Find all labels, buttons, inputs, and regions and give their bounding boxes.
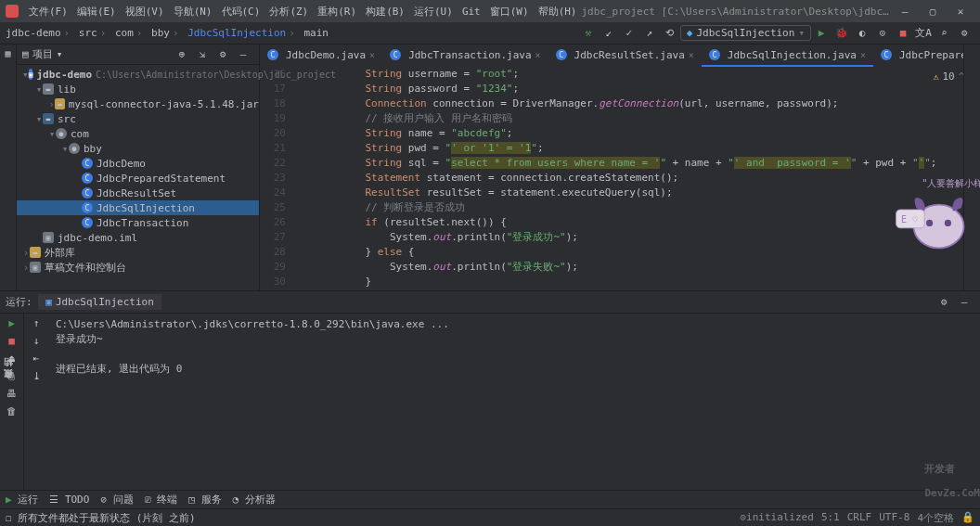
tree-scratch[interactable]: ›▣草稿文件和控制台 — [17, 260, 259, 275]
down-icon[interactable]: ↓ — [33, 335, 40, 347]
left-stripe: ▦ — [0, 45, 17, 290]
tree-folder-lib[interactable]: ▾▬lib — [17, 82, 259, 96]
run-panel-header: 运行: ▣JdbcSqlInjection ⚙ — — [0, 291, 980, 314]
window-title: jdbc_project [C:\Users\Administrator\Des… — [582, 6, 892, 18]
tree-class-prepared[interactable]: CJdbcPreparedStatement — [17, 171, 259, 186]
run-button[interactable]: ▶ — [813, 25, 830, 42]
bottom-profiler[interactable]: ◔ 分析器 — [233, 493, 276, 507]
editor: CJdbcDemo.java× CJdbcTransaction.java× C… — [260, 45, 980, 290]
right-stripe — [963, 45, 980, 290]
tree-jar[interactable]: ›▬mysql-connector-java-5.1.48.jar — [17, 96, 259, 111]
vcs-commit-icon[interactable]: ✓ — [621, 25, 638, 42]
minimize-button[interactable]: — — [891, 2, 919, 20]
run-output[interactable]: C:\Users\Administrator\.jdks\corretto-1.… — [48, 314, 980, 490]
favorites-tool-tab[interactable]: 收藏夹 — [0, 382, 17, 390]
tree-ext-lib[interactable]: ›▬外部库 — [17, 245, 259, 260]
status-enc[interactable]: UTF-8 — [879, 511, 909, 525]
status-lock-icon[interactable]: 🔒 — [961, 511, 974, 525]
tab-resultset[interactable]: CJdbcResultSet.java× — [548, 45, 702, 67]
maximize-button[interactable]: ▢ — [919, 2, 947, 20]
status-vcs-icon[interactable]: ☐ — [6, 512, 12, 524]
run-panel-tab[interactable]: ▣JdbcSqlInjection — [38, 294, 161, 310]
tab-injection[interactable]: CJdbcSqlInjection.java× — [702, 45, 873, 67]
stop-icon[interactable]: ■ — [8, 335, 15, 347]
bottom-problems[interactable]: ⊘ 问题 — [100, 493, 133, 507]
profile-icon[interactable]: ⊙ — [874, 25, 891, 42]
translate-icon[interactable]: 文A — [915, 25, 932, 42]
status-message: 所有文件都处于最新状态 (片刻 之前) — [18, 511, 196, 525]
build-icon[interactable]: ⚒ — [580, 25, 597, 42]
status-init[interactable]: ⊙initialized — [740, 511, 813, 525]
wrap-icon[interactable]: ⇤ — [33, 353, 40, 365]
debug-button[interactable]: 🐞 — [833, 25, 850, 42]
menu-window[interactable]: 窗口(W) — [485, 5, 534, 19]
menu-run[interactable]: 运行(U) — [409, 5, 458, 19]
tree-class-injection[interactable]: CJdbcSqlInjection — [17, 200, 259, 215]
tree-class-transaction[interactable]: CJdbcTransaction — [17, 215, 259, 230]
menu-build[interactable]: 构建(B) — [361, 5, 409, 19]
project-tree[interactable]: ▾▣jdbc-demoC:\Users\Administrator\Deskto… — [17, 65, 259, 276]
menu-git[interactable]: Git — [458, 6, 485, 18]
select-opened-icon[interactable]: ⊕ — [174, 46, 190, 63]
tree-folder-src[interactable]: ▾▬src — [17, 111, 259, 126]
stop-button[interactable]: ■ — [895, 25, 911, 42]
code-text[interactable]: String username = "root"; String passwor… — [291, 67, 980, 290]
exit-icon[interactable]: ⏏ — [8, 353, 15, 365]
expand-all-icon[interactable]: ⇲ — [194, 46, 211, 63]
vcs-push-icon[interactable]: ↗ — [641, 25, 658, 42]
status-eol[interactable]: CRLF — [847, 511, 872, 525]
bottom-run[interactable]: ▶ 运行 — [6, 493, 38, 507]
run-gear-icon[interactable]: ⚙ — [935, 294, 952, 311]
tree-class-result[interactable]: CJdbcResultSet — [17, 186, 259, 200]
hide-icon[interactable]: — — [235, 46, 251, 63]
status-indent[interactable]: 4个空格 — [917, 511, 954, 525]
status-pos[interactable]: 5:1 — [821, 511, 840, 525]
code-area[interactable]: ⚠10^⌄ 16171819 20212223 24252627 2829303… — [260, 67, 980, 290]
menu-nav[interactable]: 导航(N) — [169, 5, 217, 19]
close-button[interactable]: ✕ — [947, 2, 974, 20]
run-hide-icon[interactable]: — — [956, 294, 973, 311]
app-icon — [6, 5, 19, 18]
structure-tool-tab[interactable]: 结构 — [0, 371, 17, 378]
run-config-selector[interactable]: ◆JdbcSqlInjection▾ — [680, 25, 811, 41]
status-bar: ☐ 所有文件都处于最新状态 (片刻 之前) ⊙initialized 5:1 C… — [0, 508, 980, 526]
settings-icon[interactable]: ⚙ — [956, 25, 973, 42]
tree-iml[interactable]: ▣jdbc-demo.iml — [17, 230, 259, 245]
menu-code[interactable]: 代码(C) — [217, 5, 265, 19]
editor-tabs: CJdbcDemo.java× CJdbcTransaction.java× C… — [260, 45, 980, 67]
run-toolbar-left: ▶ ■ ⏏ ⎙ 🖶 🗑 — [0, 314, 24, 490]
menu-help[interactable]: 帮助(H) — [534, 5, 582, 19]
menu-edit[interactable]: 编辑(E) — [72, 5, 121, 19]
search-icon[interactable]: ⌕ — [935, 25, 952, 42]
vcs-update-icon[interactable]: ↙ — [600, 25, 617, 42]
bottom-terminal[interactable]: ⎚ 终端 — [145, 493, 178, 507]
menu-view[interactable]: 视图(V) — [121, 5, 169, 19]
gear-icon[interactable]: ⚙ — [214, 46, 231, 63]
project-tool-tab[interactable]: ▦ — [5, 48, 10, 58]
project-title: 项目 — [32, 47, 53, 61]
menu-refactor[interactable]: 重构(R) — [313, 5, 361, 19]
scroll-icon[interactable]: ⤓ — [32, 370, 41, 382]
menu-file[interactable]: 文件(F) — [24, 5, 72, 19]
coverage-icon[interactable]: ◐ — [854, 25, 870, 42]
gutter: 16171819 20212223 24252627 28293031 — [260, 67, 291, 290]
run-panel: 运行: ▣JdbcSqlInjection ⚙ — ▶ ■ ⏏ ⎙ 🖶 🗑 ↑ … — [0, 290, 980, 490]
tree-pkg-com[interactable]: ▾●com — [17, 126, 259, 141]
project-icon: ▤ — [22, 48, 29, 60]
bottom-services[interactable]: ◳ 服务 — [188, 493, 221, 507]
rerun-icon[interactable]: ▶ — [8, 317, 15, 329]
tree-module[interactable]: ▾▣jdbc-demoC:\Users\Administrator\Deskto… — [17, 67, 259, 82]
run-toolbar-right: ↑ ↓ ⇤ ⤓ — [24, 314, 48, 490]
breadcrumb[interactable]: jdbc-demo› src› com› bby› JdbcSqlInjecti… — [6, 27, 329, 39]
tree-pkg-bby[interactable]: ▾●bby — [17, 141, 259, 156]
trash-icon[interactable]: 🗑 — [6, 405, 17, 417]
bottom-todo[interactable]: ☰ TODO — [49, 494, 89, 506]
tab-transaction[interactable]: CJdbcTransaction.java× — [382, 45, 548, 67]
tab-demo[interactable]: CJdbcDemo.java× — [260, 45, 382, 67]
menu-analyze[interactable]: 分析(Z) — [264, 5, 313, 19]
project-panel-header: ▤项目 ▾ ⊕ ⇲ ⚙ — — [17, 45, 259, 65]
bottom-tool-bar: ▶ 运行 ☰ TODO ⊘ 问题 ⎚ 终端 ◳ 服务 ◔ 分析器 — [0, 490, 980, 508]
tree-class-demo[interactable]: CJdbcDemo — [17, 156, 259, 171]
up-icon[interactable]: ↑ — [33, 317, 40, 329]
history-icon[interactable]: ⟲ — [662, 25, 678, 42]
